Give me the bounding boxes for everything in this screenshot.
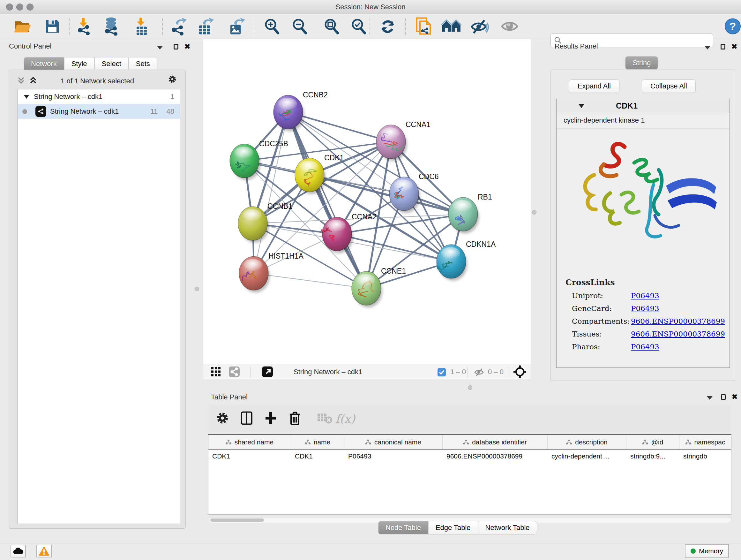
column-label: name (314, 438, 331, 446)
left-splitter-handle[interactable] (195, 287, 199, 291)
panel-close-icon[interactable]: ✖ (183, 43, 192, 51)
panel-close-icon[interactable]: ✖ (731, 393, 739, 401)
network-edge-CCNB2-CCNE1[interactable] (288, 112, 366, 288)
tab-edge-table[interactable]: Edge Table (428, 521, 478, 535)
view-share-button[interactable] (229, 367, 240, 378)
warning-status-button[interactable] (37, 545, 52, 557)
network-node-CCNE1[interactable]: CCNE1 (352, 267, 406, 307)
tab-string[interactable]: String (625, 56, 658, 70)
import-network-database-button[interactable] (103, 17, 121, 37)
export-network-button[interactable] (170, 17, 187, 37)
open-in-window-button[interactable] (262, 367, 273, 378)
column-header[interactable]: canonical name (344, 435, 443, 449)
tab-select[interactable]: Select (94, 57, 129, 71)
column-header[interactable]: description (548, 435, 626, 449)
cloud-status-button[interactable] (10, 545, 26, 557)
column-header[interactable]: @id (626, 435, 679, 449)
collapse-all-button[interactable]: Collapse All (642, 79, 696, 93)
network-options-gear-icon[interactable] (168, 75, 177, 83)
panel-menu-icon[interactable] (703, 44, 712, 52)
help-button[interactable]: ? (724, 18, 741, 36)
toolbar-separator (69, 18, 70, 35)
panel-float-icon[interactable] (719, 43, 727, 51)
crosslink-link[interactable]: 9606.ENSP00000378699 (631, 317, 725, 325)
gene-section-header[interactable]: CDK1 (556, 99, 730, 113)
hidden-eye-slash-icon[interactable] (474, 368, 484, 378)
refresh-button[interactable] (380, 18, 396, 36)
tab-style[interactable]: Style (64, 57, 94, 71)
network-node-CCNB2[interactable]: CCNB2 (273, 91, 328, 131)
grid-view-button[interactable] (211, 367, 221, 378)
cell-namespace: stringdb (679, 450, 731, 464)
show-columns-button[interactable] (241, 412, 253, 426)
collection-collapse-icon[interactable] (23, 95, 29, 99)
right-splitter-handle[interactable] (532, 210, 536, 214)
import-table-button[interactable] (135, 17, 149, 37)
panel-close-icon[interactable]: ✖ (730, 43, 738, 51)
memory-button[interactable]: Memory (685, 544, 729, 558)
toolbar-separator (162, 18, 163, 35)
show-all-button[interactable] (500, 19, 519, 35)
zoom-in-button[interactable] (263, 18, 280, 36)
zoom-selected-button[interactable] (350, 18, 367, 36)
zoom-fit-button[interactable] (323, 18, 340, 36)
column-header[interactable]: namespac (679, 435, 731, 449)
network-node-CCNA1[interactable]: CCNA1 (376, 120, 430, 161)
network-node-RB1[interactable]: RB1 (448, 193, 492, 233)
crosslink-link[interactable]: P06493 (631, 292, 659, 300)
delete-column-trash-button[interactable] (289, 411, 300, 426)
zoom-in-icon (263, 18, 280, 35)
import-network-file-button[interactable] (76, 17, 93, 37)
new-network-from-selection-button[interactable] (415, 17, 433, 37)
cell-name: CDK1 (291, 450, 344, 464)
birds-eye-view-button[interactable] (514, 366, 526, 379)
panel-float-icon[interactable] (172, 43, 180, 51)
tab-network-table[interactable]: Network Table (478, 521, 537, 535)
main-toolbar: ? (0, 14, 741, 39)
column-header[interactable]: name (291, 435, 344, 449)
zoom-out-button[interactable] (291, 18, 308, 36)
export-image-button[interactable] (229, 17, 246, 37)
network-view-toolbar: String Network – cdk1 1 – 0 0 – 0 (203, 365, 531, 379)
scrollbar-thumb[interactable] (210, 518, 264, 522)
selected-checkbox-icon[interactable] (437, 368, 446, 378)
tab-network[interactable]: Network (23, 57, 64, 71)
neighbors-button[interactable] (441, 19, 462, 35)
table-row[interactable]: CDK1 CDK1 P06493 9606.ENSP00000378699 cy… (208, 450, 731, 464)
network-node-CDC25B[interactable]: CDC25B (230, 139, 288, 180)
panel-menu-icon[interactable] (705, 394, 714, 402)
network-canvas[interactable]: CCNB2CCNA1CDC25BCDK1CDC6RB1CCNB1CCNA2CDK… (203, 39, 531, 365)
open-file-button[interactable] (14, 19, 32, 35)
network-node-CDKN1A[interactable]: CDKN1A (436, 240, 496, 281)
column-label: namespac (694, 438, 725, 446)
tab-node-table[interactable]: Node Table (378, 521, 428, 535)
table-options-gear-button[interactable] (216, 412, 229, 426)
column-header[interactable]: database identifier (443, 435, 548, 449)
network-edge-CCNA2-CDKN1A[interactable] (337, 234, 451, 261)
bottom-splitter-handle[interactable] (468, 385, 472, 390)
section-collapse-icon[interactable] (578, 104, 585, 108)
panel-float-icon[interactable] (719, 393, 727, 401)
function-builder-button[interactable]: f(x) (335, 412, 355, 425)
panel-menu-icon[interactable] (156, 44, 164, 52)
node-label-CCNE1: CCNE1 (381, 267, 406, 275)
network-node-HIST1H1A[interactable]: HIST1H1A (239, 252, 304, 293)
delete-table-button[interactable] (317, 413, 333, 425)
copy-network-icon (415, 17, 433, 36)
table-tabs: Node TableEdge TableNetwork Table (378, 521, 537, 535)
column-header[interactable]: shared name (208, 435, 291, 449)
crosslink-link[interactable]: 9606.ENSP00000378699 (631, 330, 725, 338)
crosslink-link[interactable]: P06493 (631, 343, 659, 351)
save-session-button[interactable] (45, 19, 60, 35)
network-row-selected[interactable]: String Network – cdk1 11 48 (18, 104, 180, 119)
expand-all-button[interactable]: Expand All (569, 79, 619, 93)
tab-sets[interactable]: Sets (129, 57, 157, 71)
network-edge-CCNB2-HIST1H1A[interactable] (254, 112, 288, 273)
network-edge-HIST1H1A-CCNE1[interactable] (254, 273, 366, 288)
export-table-button[interactable] (198, 17, 214, 37)
crosslink-link[interactable]: P06493 (631, 304, 659, 313)
add-column-button[interactable] (265, 412, 276, 426)
zoom-selected-icon (350, 18, 367, 35)
network-collection-row[interactable]: String Network – cdk1 1 (18, 89, 180, 104)
hide-selected-button[interactable] (470, 18, 489, 36)
